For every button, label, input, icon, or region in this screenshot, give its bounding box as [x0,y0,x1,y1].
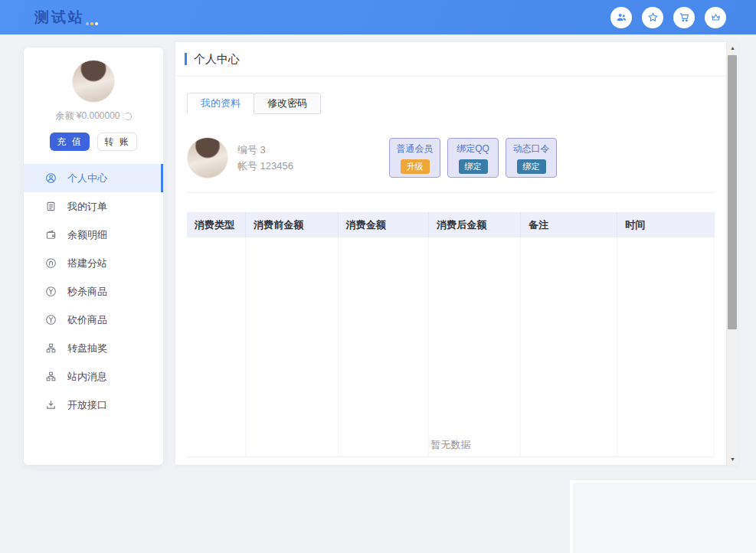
otp-title: 动态口令 [513,142,550,155]
sidebar-item-site-messages[interactable]: 站内消息 [24,362,163,391]
tab-my-profile[interactable]: 我的资料 [187,93,254,114]
sidebar-item-build-substation[interactable]: 搭建分站 [24,249,163,277]
transfer-button[interactable]: 转 账 [97,133,137,151]
crown-icon[interactable] [705,7,726,28]
bind-qq-button[interactable]: 绑定 [459,159,488,174]
user-id: 编号 3 [237,142,293,158]
scrollbar-up-arrow[interactable]: ▲ [727,42,738,54]
site-logo[interactable]: 测试站 [34,8,98,28]
substation-icon [45,257,57,269]
bind-qq-title: 绑定QQ [457,142,489,155]
balance-text: 余额 ¥0.000000 [55,110,119,123]
membership-level: 普通会员 [397,142,434,155]
badge-cards: 普通会员 升级 绑定QQ 绑定 动态口令 绑定 [389,138,557,178]
col-amount: 消费金额 [339,212,430,237]
refresh-balance-icon[interactable] [124,113,132,120]
logo-dots-decoration [86,22,98,25]
main-panel: 个人中心 我的资料 修改密码 编号 3 帐号 123456 普通会员 升级 绑定… [175,42,738,465]
col-amount-before: 消费前金额 [246,212,339,237]
wallet-icon [45,229,57,241]
sidebar-item-bargain[interactable]: 砍价商品 [24,306,163,334]
membership-card: 普通会员 升级 [389,138,440,178]
message-icon [45,371,57,382]
page-title-bar: 个人中心 [175,42,726,77]
user-account: 帐号 123456 [237,158,293,174]
sidebar-item-user-center[interactable]: 个人中心 [24,164,163,192]
sidebar-item-flash-sale[interactable]: 秒杀商品 [24,277,163,306]
title-accent-bar [185,53,187,65]
bind-otp-button[interactable]: 绑定 [517,159,546,174]
otp-card: 动态口令 绑定 [506,138,557,178]
sidebar-item-open-api[interactable]: 开放接口 [24,391,163,419]
flash-sale-icon [45,286,57,297]
col-amount-after: 消费后金额 [429,212,521,237]
site-logo-text: 测试站 [34,8,85,28]
sidebar-item-my-orders[interactable]: 我的订单 [24,192,163,221]
scrollbar-thumb[interactable] [728,55,737,329]
profile-section: 编号 3 帐号 123456 普通会员 升级 绑定QQ 绑定 动态口令 绑定 [187,137,715,193]
col-time: 时间 [617,212,715,237]
page-title: 个人中心 [194,52,240,67]
bind-qq-card: 绑定QQ 绑定 [447,138,499,178]
col-remark: 备注 [521,212,617,237]
user-circle-icon [45,172,57,184]
sidebar-menu: 个人中心 我的订单 余额明细 搭建分站 秒杀商品 砍价商品 转盘抽奖 站内消息 [24,164,163,419]
header-actions [610,7,726,28]
lottery-icon [45,342,57,354]
sidebar-item-lottery[interactable]: 转盘抽奖 [24,334,163,362]
consumption-table: 消费类型 消费前金额 消费金额 消费后金额 备注 时间 暂无数据 [187,212,715,457]
profile-tabs: 我的资料 修改密码 [187,93,726,114]
top-header: 测试站 [0,0,756,34]
profile-avatar [187,137,228,178]
recharge-button[interactable]: 充 值 [50,133,90,151]
api-icon [45,399,57,411]
empty-data-text: 暂无数据 [187,438,715,452]
cart-icon[interactable] [673,7,695,28]
tab-change-password[interactable]: 修改密码 [254,93,321,114]
main-scrollbar[interactable]: ▲ ▼ [726,42,738,465]
col-consume-type: 消费类型 [187,212,246,237]
users-icon[interactable] [610,7,632,28]
order-icon [45,201,57,212]
upgrade-button[interactable]: 升级 [401,159,430,174]
avatar[interactable] [72,60,115,103]
star-icon[interactable] [642,7,663,28]
bargain-icon [45,314,57,326]
table-header-row: 消费类型 消费前金额 消费金额 消费后金额 备注 时间 [187,212,715,237]
table-body: 暂无数据 [187,237,715,457]
sidebar-item-balance-detail[interactable]: 余额明细 [24,221,163,249]
scrollbar-down-arrow[interactable]: ▼ [727,453,738,465]
sidebar: 余额 ¥0.000000 充 值 转 账 个人中心 我的订单 余额明细 搭建分站… [24,47,163,465]
corner-overlay-panel [570,480,756,553]
